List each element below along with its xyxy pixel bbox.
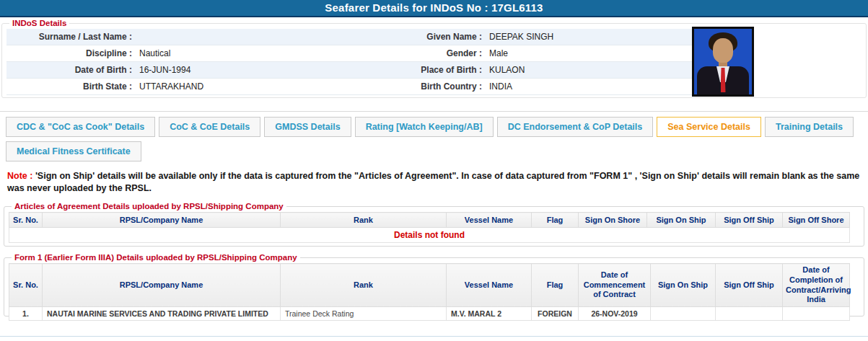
- form1-table: Sr. No.RPSL/Company NameRankVessel NameF…: [9, 263, 850, 321]
- column-header: Date of Commencement of Contract: [579, 264, 651, 307]
- column-header: Vessel Name: [447, 264, 532, 307]
- footer-divider: [0, 336, 868, 337]
- column-header: RPSL/Company Name: [43, 213, 281, 228]
- tab-rating-watch-keeping-ab[interactable]: Rating [Watch Keeping/AB]: [355, 117, 494, 137]
- detail-row: Surname / Last Name : Given Name : DEEPA…: [6, 29, 692, 45]
- table-cell: 1.: [9, 307, 43, 321]
- tab-medical-fitness-certificate[interactable]: Medical Fitness Certificate: [6, 141, 141, 161]
- surname-value: [136, 29, 351, 45]
- discipline-value: Nautical: [136, 45, 351, 61]
- birth-country-value: INDIA: [486, 79, 692, 94]
- date-of-birth-value: 16-JUN-1994: [136, 62, 351, 78]
- photo-face: [713, 38, 733, 63]
- table-cell: [651, 307, 716, 321]
- birth-state-value: UTTARAKHAND: [136, 79, 351, 94]
- table-cell: FOREIGN: [532, 307, 579, 321]
- articles-of-agreement-section: Articles of Agreement Details uploaded b…: [4, 202, 864, 247]
- column-header: Flag: [532, 213, 579, 228]
- column-header: RPSL/Company Name: [43, 264, 281, 307]
- column-header: Sr. No.: [9, 264, 43, 307]
- column-header: Rank: [281, 264, 447, 307]
- form1-section: Form 1 (Earlier Form IIIA) Details uploa…: [4, 253, 864, 316]
- column-header: Sign On Ship: [647, 213, 716, 228]
- gender-label: Gender :: [351, 45, 486, 61]
- detail-row: Date of Birth : 16-JUN-1994 Place of Bir…: [6, 62, 692, 79]
- table-cell: Trainee Deck Rating: [281, 307, 447, 321]
- column-header: Flag: [532, 264, 579, 307]
- detail-row: Discipline : Nautical Gender : Male: [6, 45, 692, 62]
- date-of-birth-label: Date of Birth :: [6, 62, 136, 78]
- articles-table: Sr. No.RPSL/Company NameRankVessel NameF…: [9, 212, 850, 243]
- given-name-label: Given Name :: [351, 29, 486, 45]
- gender-value: Male: [486, 45, 692, 61]
- form1-legend: Form 1 (Earlier Form IIIA) Details uploa…: [12, 253, 300, 262]
- column-header: Date of Completion of Contract/Arriving …: [783, 264, 850, 307]
- indos-details-legend: INDoS Details: [9, 19, 69, 27]
- tab-gmdss-details[interactable]: GMDSS Details: [264, 117, 351, 137]
- empty-message: Details not found: [9, 228, 850, 243]
- table-cell: M.V. MARAL 2: [447, 307, 532, 321]
- surname-label: Surname / Last Name :: [6, 29, 136, 45]
- table-row: 1.NAUTAI MARINE SERVICES AND TRADING PRI…: [9, 307, 850, 321]
- place-of-birth-value: KULAON: [486, 62, 692, 78]
- column-header: Sign Off Ship: [716, 264, 783, 307]
- photo-tie: [721, 68, 726, 92]
- table-cell: [716, 307, 783, 321]
- note-prefix: Note :: [7, 171, 32, 181]
- discipline-label: Discipline :: [6, 45, 136, 61]
- articles-legend: Articles of Agreement Details uploaded b…: [12, 202, 286, 211]
- table-cell: [783, 307, 850, 321]
- column-header: Rank: [281, 213, 447, 228]
- place-of-birth-label: Place of Birth :: [351, 62, 486, 78]
- tab-dc-endorsement-cop-details[interactable]: DC Endorsement & CoP Details: [497, 117, 654, 137]
- tab-bar: CDC & "CoC as Cook" DetailsCoC & CoE Det…: [0, 111, 868, 166]
- note-body: 'Sign on Ship' details will be available…: [7, 171, 859, 193]
- birth-country-label: Birth Country :: [351, 79, 486, 94]
- tab-training-details[interactable]: Training Details: [765, 117, 854, 137]
- column-header: Sign Off Shore: [783, 213, 850, 228]
- column-header: Vessel Name: [447, 213, 532, 228]
- birth-state-label: Birth State :: [6, 79, 136, 94]
- column-header: Sr. No.: [9, 213, 43, 228]
- column-header: Sign On Ship: [651, 264, 716, 307]
- given-name-value: DEEPAK SINGH: [486, 29, 692, 45]
- detail-row: Birth State : UTTARAKHAND Birth Country …: [6, 79, 692, 95]
- table-cell: NAUTAI MARINE SERVICES AND TRADING PRIVA…: [43, 307, 281, 321]
- column-header: Sign Off Ship: [716, 213, 783, 228]
- indos-details-grid: Surname / Last Name : Given Name : DEEPA…: [6, 29, 692, 95]
- seafarer-details-page: Seafarer Details for INDoS No : 17GL6113…: [0, 0, 868, 341]
- table-cell: 26-NOV-2019: [579, 307, 651, 321]
- tab-cdc-coc-as-cook-details[interactable]: CDC & "CoC as Cook" Details: [6, 117, 155, 137]
- tab-sea-service-details[interactable]: Sea Service Details: [657, 117, 761, 137]
- tab-coc-coe-details[interactable]: CoC & CoE Details: [159, 117, 260, 137]
- page-title: Seafarer Details for INDoS No : 17GL6113: [0, 0, 868, 17]
- column-header: Sign On Shore: [579, 213, 647, 228]
- seafarer-photo: [692, 27, 754, 97]
- note-text: Note : 'Sign on Ship' details will be av…: [7, 170, 862, 195]
